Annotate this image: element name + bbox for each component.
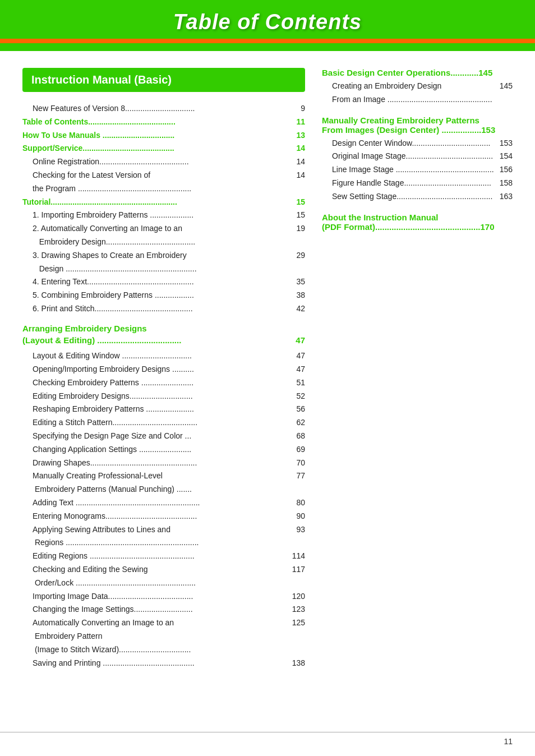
- toc-item-sewing-attributes: Applying Sewing Attributes to Lines and …: [22, 523, 305, 550]
- toc-item-specifying-design: Specifying the Design Page Size and Colo…: [22, 430, 305, 443]
- page-header: Table of Contents: [0, 0, 535, 51]
- toc-item-reshaping: Reshaping Embroidery Patterns ..........…: [22, 403, 305, 416]
- toc-item-tutorial-4: 4. Entering Text........................…: [22, 275, 305, 289]
- right-item-design-center-window: Design Center Window....................…: [322, 137, 513, 150]
- right-item-line-image: Line Image Stage .......................…: [322, 163, 513, 177]
- toc-item-tutorial-3: 3. Drawing Shapes to Create an Embroider…: [22, 249, 305, 276]
- toc-item-tutorial-1: 1. Importing Embroidery Patterns .......…: [22, 209, 305, 222]
- toc-item-layout-window: Layout & Editing Window ................…: [22, 349, 305, 363]
- toc-list: New Features of Version 8...............…: [22, 102, 305, 670]
- arranging-heading: Arranging Embroidery Designs (Layout & E…: [22, 324, 305, 348]
- right-heading-manually: Manually Creating Embroidery PatternsFro…: [322, 116, 513, 135]
- toc-item-toc: Table of Contents.......................…: [22, 116, 305, 129]
- right-item-sew-setting: Sew Setting Stage.......................…: [322, 190, 513, 204]
- section-heading: Instruction Manual (Basic): [22, 68, 305, 92]
- toc-item-opening-importing: Opening/Importing Embroidery Designs ...…: [22, 363, 305, 376]
- toc-item-importing-image: Importing Image Data....................…: [22, 590, 305, 603]
- page-title: Table of Contents: [0, 10, 535, 34]
- toc-item-tutorial-2: 2. Automatically Converting an Image to …: [22, 222, 305, 249]
- arranging-entries: Layout & Editing Window ................…: [22, 349, 305, 670]
- right-manually-entries: Design Center Window....................…: [322, 137, 513, 204]
- toc-item-tutorial: Tutorial................................…: [22, 196, 305, 209]
- right-section-basic: Basic Design Center Operations..........…: [322, 68, 513, 107]
- main-content: Instruction Manual (Basic) New Features …: [0, 51, 535, 692]
- toc-item-changing-app: Changing Application Settings ..........…: [22, 443, 305, 457]
- toc-item-editing-designs: Editing Embroidery Designs..............…: [22, 390, 305, 403]
- toc-item-changing-image: Changing the Image Settings.............…: [22, 603, 305, 616]
- right-heading-about: About the Instruction Manual(PDF Format)…: [322, 213, 513, 232]
- toc-item-checking-sewing: Checking and Editing the Sewing Order/Lo…: [22, 563, 305, 590]
- right-item-figure-handle: Figure Handle Stage.....................…: [322, 177, 513, 190]
- page-number: 11: [504, 737, 513, 746]
- toc-item-editing-stitch: Editing a Stitch Pattern................…: [22, 416, 305, 430]
- right-item-creating-embroidery: Creating an Embroidery DesignFrom an Ima…: [322, 80, 513, 107]
- toc-item-checking-patterns: Checking Embroidery Patterns ...........…: [22, 376, 305, 390]
- right-section-about: About the Instruction Manual(PDF Format)…: [322, 213, 513, 232]
- right-heading-basic: Basic Design Center Operations..........…: [322, 68, 513, 77]
- right-section-manually: Manually Creating Embroidery PatternsFro…: [322, 116, 513, 204]
- toc-item-tutorial-5: 5. Combining Embroidery Patterns .......…: [22, 289, 305, 302]
- header-bar: [0, 39, 535, 43]
- toc-item-how-to-use: How To Use Manuals .....................…: [22, 129, 305, 142]
- toc-item-drawing-shapes: Drawing Shapes..........................…: [22, 457, 305, 470]
- toc-item-auto-convert: Automatically Converting an Image to an …: [22, 616, 305, 656]
- toc-item-manually-creating-pro: Manually Creating Professional-Level Emb…: [22, 469, 305, 496]
- right-item-original-image: Original Image Stage....................…: [322, 150, 513, 163]
- toc-item-editing-regions: Editing Regions ........................…: [22, 550, 305, 563]
- toc-item-support: Support/Service.........................…: [22, 142, 305, 155]
- toc-item-online-reg: Online Registration.....................…: [22, 155, 305, 169]
- arranging-subheading-row: (Layout & Editing) .....................…: [22, 333, 305, 348]
- toc-item-checking-latest: Checking for the Latest Version ofthe Pr…: [22, 169, 305, 196]
- toc-item-saving-printing: Saving and Printing ....................…: [22, 657, 305, 670]
- toc-item-monograms: Entering Monograms......................…: [22, 510, 305, 523]
- bottom-divider: [0, 732, 535, 732]
- toc-item-tutorial-6: 6. Print and Stitch.....................…: [22, 302, 305, 316]
- left-column: Instruction Manual (Basic) New Features …: [22, 68, 305, 670]
- toc-item-new-features: New Features of Version 8...............…: [22, 102, 305, 116]
- toc-item-adding-text: Adding Text ............................…: [22, 496, 305, 510]
- right-column: Basic Design Center Operations..........…: [322, 68, 513, 670]
